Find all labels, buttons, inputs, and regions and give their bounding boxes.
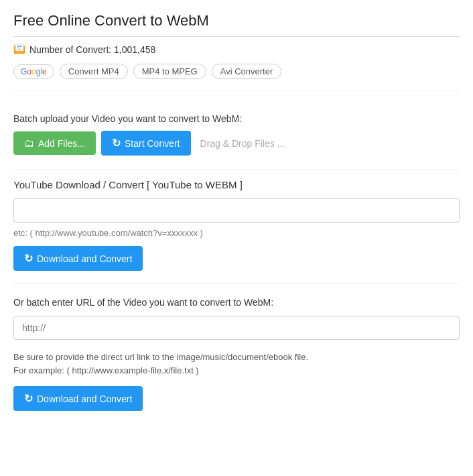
start-convert-button[interactable]: ↻ Start Convert (101, 131, 190, 156)
pill-link-mp4-mpeg[interactable]: MP4 to MPEG (133, 64, 206, 79)
batch-download-label: Download and Convert (37, 394, 132, 404)
add-files-label: Add Files... (38, 138, 85, 149)
youtube-hint: etc: ( http://www.youtube.com/watch?v=xx… (13, 228, 460, 238)
add-files-button[interactable]: 🗂 Add Files... (13, 131, 96, 155)
add-files-icon: 🗂 (24, 137, 34, 149)
youtube-download-icon: ↻ (24, 252, 33, 265)
youtube-section: YouTube Download / Convert [ YouTube to … (13, 179, 460, 271)
youtube-section-title: YouTube Download / Convert [ YouTube to … (13, 179, 460, 190)
counter-text: Number of Convert: 1,001,458 (29, 44, 155, 55)
batch-url-input[interactable] (13, 316, 460, 340)
pill-link-convert-mp4[interactable]: Convert MP4 (60, 64, 128, 79)
batch-hint-line2: For example: ( http://www.example-file.x… (13, 365, 199, 375)
batch-download-convert-button[interactable]: ↻ Download and Convert (13, 386, 143, 411)
batch-hint-text: Be sure to provide the direct url link t… (13, 351, 460, 377)
upload-controls: 🗂 Add Files... ↻ Start Convert Drag & Dr… (13, 131, 460, 156)
upload-label: Batch upload your Video you want to conv… (13, 113, 460, 124)
youtube-download-convert-button[interactable]: ↻ Download and Convert (13, 246, 143, 271)
batch-download-icon: ↻ (24, 392, 33, 405)
drag-drop-label: Drag & Drop Files ... (200, 138, 285, 149)
pill-link-avi-converter[interactable]: Avi Converter (212, 64, 282, 79)
start-convert-icon: ↻ (112, 137, 121, 150)
counter-icon (13, 44, 25, 56)
google-link[interactable]: Google (13, 64, 54, 79)
page-title: Free Online Convert to WebM (13, 12, 460, 37)
links-row: Google Convert MP4 MP4 to MPEG Avi Conve… (13, 64, 460, 79)
batch-section: Or batch enter URL of the Video you want… (13, 297, 460, 411)
batch-section-title: Or batch enter URL of the Video you want… (13, 297, 460, 308)
youtube-url-input[interactable]: youtube.com/watch?v=EY7K0CGRIjk (13, 198, 460, 223)
start-convert-label: Start Convert (125, 138, 180, 149)
batch-hint-line1: Be sure to provide the direct url link t… (13, 352, 308, 362)
youtube-download-label: Download and Convert (37, 253, 132, 264)
